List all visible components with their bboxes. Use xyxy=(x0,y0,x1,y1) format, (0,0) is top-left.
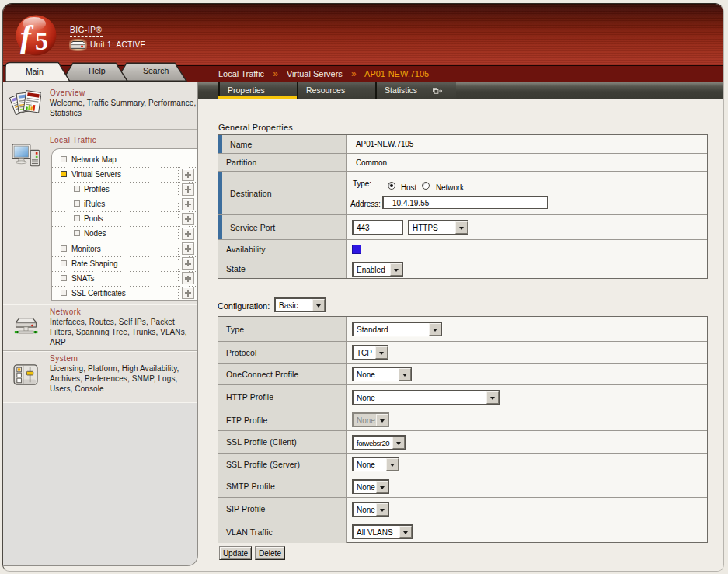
svg-text:5: 5 xyxy=(35,26,48,55)
svg-text:Help: Help xyxy=(89,66,106,75)
svg-text:Search: Search xyxy=(143,66,169,75)
svg-text:Main: Main xyxy=(26,67,44,76)
